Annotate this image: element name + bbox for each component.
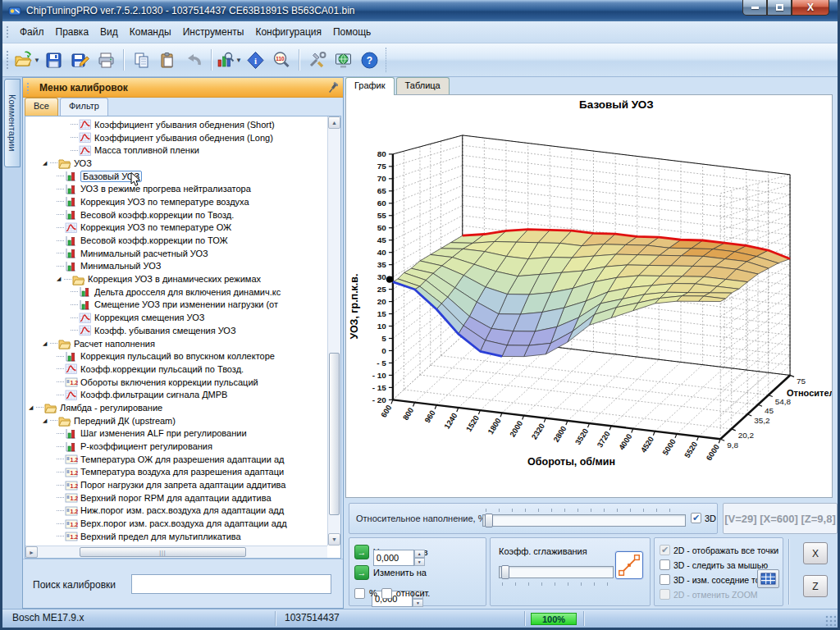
tree-item-label[interactable]: Смещение УОЗ при изменении нагрузки (от: [94, 299, 278, 309]
dropdown-caret-icon[interactable]: ▼: [34, 57, 40, 64]
tab-table[interactable]: Таблица: [396, 77, 450, 95]
tree-item[interactable]: 1.2Обороты включения коррекции пульсаций: [25, 376, 327, 389]
slider-track[interactable]: [499, 566, 614, 578]
expander-icon[interactable]: ◢: [29, 404, 36, 411]
percent-checkbox[interactable]: [354, 588, 365, 599]
tree-item[interactable]: ◢Расчет наполнения: [25, 337, 327, 350]
tree-item-label[interactable]: Коэффициент убывания обеднения (Long): [94, 133, 273, 143]
tree-item-label[interactable]: Коэффициент убывания обеднения (Short): [94, 120, 275, 130]
tree-item[interactable]: Коррекция смещения УОЗ: [25, 311, 327, 324]
tree-item-label[interactable]: Дельта дросселя для включения динамич.кс: [94, 287, 281, 297]
tree-item-label[interactable]: Расчет наполнения: [74, 339, 155, 349]
tree-item[interactable]: УОЗ в режиме прогрева нейтрализатора: [25, 182, 327, 195]
tree-item-label[interactable]: УОЗ: [74, 158, 92, 168]
option-checkbox-row[interactable]: 3D - изм. соседние точки: [660, 573, 773, 587]
tree-item[interactable]: Весовой коэфф.коррекции по Твозд.: [25, 208, 327, 221]
smoothing-slider[interactable]: [499, 566, 614, 587]
relative-checkbox[interactable]: [381, 588, 392, 599]
checkbox[interactable]: [660, 559, 670, 570]
pin-icon[interactable]: [327, 81, 338, 97]
tree-item[interactable]: 1.2Температура воздуха для разрешения ад…: [25, 466, 327, 479]
expander-icon[interactable]: ◢: [57, 276, 64, 282]
info-button[interactable]: i: [242, 48, 268, 72]
save-button[interactable]: [40, 48, 66, 72]
save-edit-button[interactable]: [66, 48, 93, 72]
apply-change-button[interactable]: →: [354, 565, 369, 580]
x-axis-button[interactable]: X: [803, 542, 828, 564]
checkbox[interactable]: ✔: [660, 545, 670, 555]
tree-item[interactable]: Весовой коэфф.коррекции по ТОЖ: [25, 234, 327, 247]
tree-item[interactable]: Дельта дросселя для включения динамич.кс: [25, 285, 327, 299]
apply-set-button[interactable]: →: [354, 545, 369, 559]
resize-grip[interactable]: [825, 615, 836, 626]
tree-item-label[interactable]: Передний ДК (upstream): [74, 416, 176, 426]
copy-button[interactable]: [128, 48, 154, 72]
slider-thumb[interactable]: [501, 565, 509, 579]
tree-item-label[interactable]: Коррекция УОЗ по температуре воздуха: [80, 197, 249, 207]
tree-item[interactable]: 1.2Верх.порог изм. расх.воздуха для адап…: [25, 517, 327, 530]
option-checkbox-row[interactable]: ✔2D - отображать все точки: [660, 543, 778, 557]
option-checkbox-row[interactable]: 3D - следить за мышью: [660, 558, 768, 572]
tab-comments[interactable]: Комментарии: [4, 79, 21, 167]
tree-item[interactable]: 1.2Порог нагрузки для запрета адаптации …: [25, 478, 327, 491]
tree-item[interactable]: Минимальный УОЗ: [25, 260, 327, 273]
tree-vertical-scrollbar[interactable]: ▲ ▼: [327, 116, 340, 546]
toolbar-grip[interactable]: [6, 50, 10, 70]
tree-item[interactable]: Коэфф.фильтрации сигнала ДМРВ: [25, 388, 327, 401]
surface-chart[interactable]: 80757065605550454035302520151050- 5- 10-…: [346, 95, 832, 496]
tree-item[interactable]: Шаг изменения ALF при регулировании: [25, 427, 327, 441]
tab-filter[interactable]: Фильтр: [60, 98, 108, 116]
tab-graph[interactable]: График: [345, 77, 395, 95]
titlebar[interactable]: ChipTuningPRO ver.7.5.2.1030 - 103751443…: [2, 0, 838, 21]
expander-icon[interactable]: ◢: [43, 418, 50, 424]
undo-button[interactable]: [180, 48, 207, 72]
menu-item-Вид[interactable]: Вид: [94, 24, 124, 40]
tree-item-label[interactable]: Коррекция пульсаций во впускном коллекто…: [80, 351, 275, 361]
menu-item-Правка[interactable]: Правка: [50, 24, 95, 40]
tree-item[interactable]: Коррекция УОЗ по температуре воздуха: [25, 195, 327, 208]
tree-item-label[interactable]: Верх.порог изм. расх.воздуха для адаптац…: [80, 518, 287, 528]
tree-item-label[interactable]: Минимальный расчетный УОЗ: [80, 249, 208, 258]
set-spinner[interactable]: ▲▼: [373, 550, 425, 566]
stats-button[interactable]: ▼: [216, 48, 242, 72]
tree-item[interactable]: ◢УОЗ: [25, 157, 327, 170]
checkbox[interactable]: [660, 574, 670, 585]
tree-item-label[interactable]: P-коэффициент регулирования: [80, 441, 212, 451]
tree-item[interactable]: Коэфф.коррекции пульсаций по Твозд.: [25, 363, 327, 376]
menu-item-Конфигурация[interactable]: Конфигурация: [249, 24, 327, 40]
dropdown-caret-icon[interactable]: ▼: [235, 57, 242, 64]
tree-item[interactable]: 1.2Верхний порог RPM для адаптации аддит…: [25, 491, 327, 504]
tree-item-label[interactable]: Коэфф.фильтрации сигнала ДМРВ: [80, 390, 227, 399]
tree-item[interactable]: Коррекция пульсаций во впускном коллекто…: [25, 349, 327, 363]
tree-item[interactable]: Смещение УОЗ при изменении нагрузки (от: [25, 299, 327, 312]
z-axis-button[interactable]: Z: [803, 575, 828, 597]
slider-thumb[interactable]: [485, 514, 493, 527]
tree-item-label[interactable]: Весовой коэфф.коррекции по Твозд.: [80, 210, 234, 220]
zoom-percent-button[interactable]: 110: [268, 48, 294, 72]
checkbox-3d-box[interactable]: ✔: [691, 513, 701, 523]
expander-icon[interactable]: ◢: [43, 160, 50, 167]
scroll-right-icon[interactable]: ►: [25, 546, 38, 558]
scroll-down-icon[interactable]: ▼: [328, 533, 340, 546]
paste-button[interactable]: [154, 48, 180, 72]
tree-item[interactable]: 1.2Верхний предел для мультипликатива: [25, 530, 327, 543]
menubar-grip[interactable]: [6, 25, 10, 39]
tree-item[interactable]: ◢Передний ДК (upstream): [25, 414, 327, 427]
tree-item[interactable]: Коэфф. убывания смещения УОЗ: [25, 324, 327, 337]
hscrollbar-thumb[interactable]: |||: [80, 547, 245, 557]
help-button[interactable]: ?: [356, 48, 382, 72]
tree-item-label[interactable]: Порог нагрузки для запрета адаптации адд…: [80, 480, 285, 490]
tree-item-label[interactable]: Минимальный УОЗ: [80, 261, 161, 271]
slider-track[interactable]: [482, 514, 686, 527]
scroll-up-icon[interactable]: ▲: [328, 116, 340, 129]
tree-item-label[interactable]: Верхний предел для мультипликатива: [80, 532, 241, 541]
minimize-button[interactable]: [742, 0, 767, 16]
tree-item[interactable]: ◢Лямбда - регулирование: [25, 401, 327, 414]
tree-item-label[interactable]: Лямбда - регулирование: [60, 403, 162, 413]
tree-item-label[interactable]: Ниж.порог изм. расх.воздуха для адаптаци…: [80, 505, 284, 515]
tree-item-label[interactable]: Коэфф.коррекции пульсаций по Твозд.: [80, 364, 244, 374]
tree-item-label[interactable]: УОЗ в режиме прогрева нейтрализатора: [80, 184, 251, 194]
checkbox-3d[interactable]: ✔ 3D: [691, 513, 716, 523]
tree-item-label[interactable]: Коррекция УОЗ в динамических режимах: [88, 274, 261, 284]
tree-item-label[interactable]: Обороты включения коррекции пульсаций: [80, 377, 258, 387]
